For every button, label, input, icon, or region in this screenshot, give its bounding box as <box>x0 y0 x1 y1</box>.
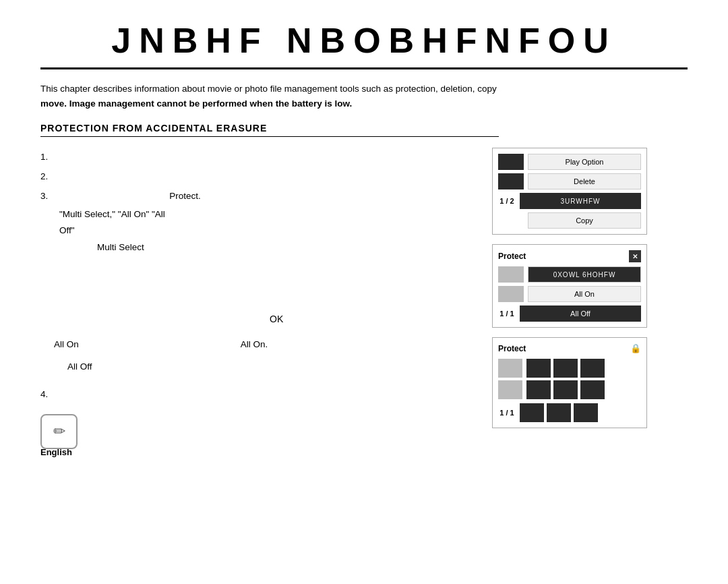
page-container: JNBHF NBOBHFNFOU This chapter describes … <box>0 0 728 469</box>
grid-cell-5 <box>553 380 578 399</box>
intro-line1: This chapter describes information about… <box>40 84 497 94</box>
panel2-row1: 0XOWL 6HOHFW <box>498 266 641 283</box>
main-title: JNBHF NBOBHFNFOU <box>40 20 688 69</box>
panel1-btn1[interactable]: Play Option <box>528 154 641 170</box>
panel3-swatch-light <box>498 359 522 378</box>
right-panels: Play Option Delete 1 / 2 3URWHFW Copy <box>492 148 647 449</box>
step-1: 1. <box>40 148 479 166</box>
note-icon: ✏ <box>53 417 65 446</box>
panel3-grid-right <box>526 359 605 399</box>
grid-cell-1 <box>526 359 551 378</box>
panel3-swatch-light2 <box>498 380 522 399</box>
panel1-row3: 1 / 2 3URWHFW <box>498 193 641 209</box>
note-box: ✏ <box>40 414 78 449</box>
panel2-page: 1 / 1 <box>498 310 516 318</box>
grid-cell-4 <box>526 380 551 399</box>
all-on-section: All On All On. All Off <box>40 335 479 376</box>
panel3-grid-left <box>498 359 522 399</box>
panel2-btn2[interactable]: All On <box>528 286 641 302</box>
all-on-label: All On <box>54 335 79 353</box>
panel3-grid-area <box>498 359 641 399</box>
intro-line2: move. Image management cannot be perform… <box>40 98 352 109</box>
english-label: English <box>40 447 72 457</box>
grid-cell-8 <box>547 403 571 422</box>
panel3-header: Protect 🔒 <box>498 343 641 353</box>
grid-cell-7 <box>520 403 544 422</box>
intro-text: This chapter describes information about… <box>40 82 499 111</box>
step-4: 4. <box>40 385 479 403</box>
panel2-row2: All On <box>498 286 641 302</box>
left-content: 1. 2. 3. Protect. "Multi Select," "All O… <box>40 148 479 449</box>
panel2-swatch2 <box>498 286 524 302</box>
panel3-bottom-grid <box>520 403 598 422</box>
step-2: 2. <box>40 167 479 185</box>
panel1-icon1 <box>498 154 524 170</box>
panel2-btn3[interactable]: All Off <box>520 305 641 322</box>
steps-list: 1. 2. 3. Protect. "Multi Select," "All O… <box>40 148 479 449</box>
panel2-btn1[interactable]: 0XOWL 6HOHFW <box>528 266 641 283</box>
panel1: Play Option Delete 1 / 2 3URWHFW Copy <box>492 148 647 235</box>
all-on-desc: All On. <box>119 335 268 353</box>
ok-text: OK <box>40 310 479 328</box>
section-title: PROTECTION FROM ACCIDENTAL ERASURE <box>40 123 499 137</box>
panel3-bottom: 1 / 1 <box>498 403 641 422</box>
step-3: 3. Protect. <box>40 187 479 205</box>
panel2: Protect ✕ 0XOWL 6HOHFW All On 1 / 1 All … <box>492 244 647 328</box>
panel1-page: 1 / 2 <box>498 197 516 205</box>
panel3-page: 1 / 1 <box>498 409 516 417</box>
all-off-label: All Off <box>40 357 479 376</box>
panel3-icon: 🔒 <box>630 343 641 353</box>
panel1-row2: Delete <box>498 173 641 189</box>
panel1-icon2 <box>498 173 524 189</box>
panel2-row3: 1 / 1 All Off <box>498 305 641 322</box>
grid-cell-3 <box>580 359 605 378</box>
panel2-title: Protect <box>498 252 526 261</box>
content-area: 1. 2. 3. Protect. "Multi Select," "All O… <box>40 148 688 449</box>
grid-cell-9 <box>574 403 598 422</box>
panel3-title: Protect <box>498 344 526 353</box>
panel2-swatch1 <box>498 266 524 283</box>
grid-cell-6 <box>580 380 605 399</box>
panel2-close[interactable]: ✕ <box>629 250 641 262</box>
grid-cell-2 <box>553 359 578 378</box>
panel3: Protect 🔒 <box>492 337 647 428</box>
panel1-btn2[interactable]: Delete <box>528 173 641 189</box>
panel1-row4: Copy <box>498 212 641 229</box>
panel2-header: Protect ✕ <box>498 250 641 262</box>
panel1-btn4[interactable]: Copy <box>528 212 641 229</box>
panel1-btn3[interactable]: 3URWHFW <box>520 193 641 209</box>
step-3-sub: "Multi Select," "All On" "All Off" Multi… <box>40 206 479 256</box>
panel1-row1: Play Option <box>498 154 641 170</box>
